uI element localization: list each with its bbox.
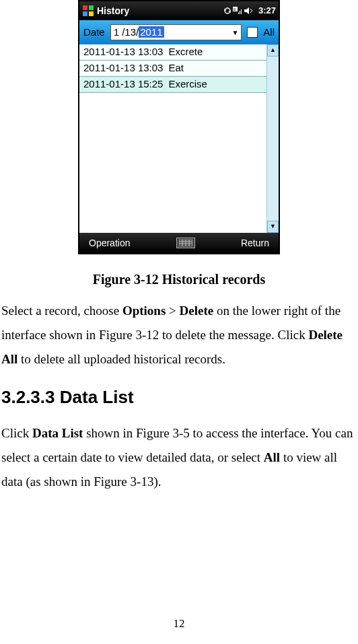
scrollbar[interactable]: ▲ ▼ xyxy=(266,44,279,233)
date-dropdown[interactable]: 1 /13/2011 ▼ xyxy=(110,24,242,40)
date-filter-bar: Date 1 /13/2011 ▼ All xyxy=(79,20,279,44)
svg-rect-8 xyxy=(241,9,242,14)
list-item[interactable]: 2011-01-13 15:25 Exercise xyxy=(79,77,266,93)
device-screenshot: History E 3:27 Date 1 /13/2011 ▼ xyxy=(78,0,280,254)
svg-rect-1 xyxy=(89,5,94,10)
svg-rect-0 xyxy=(83,5,87,10)
status-icons: E xyxy=(223,7,253,15)
paragraph-1: Select a record, choose Options > Delete… xyxy=(1,299,357,371)
page-number: 12 xyxy=(0,613,358,635)
paragraph-2: Click Data List shown in Figure 3-5 to a… xyxy=(1,421,357,494)
all-label: All xyxy=(263,23,275,42)
date-value: 1 /13/2011 xyxy=(114,23,164,42)
speaker-icon xyxy=(244,7,253,15)
svg-rect-2 xyxy=(83,11,87,16)
sync-icon xyxy=(223,7,231,15)
history-list: 2011-01-13 13:03 Excrete 2011-01-13 13:0… xyxy=(79,44,279,233)
device-titlebar: History E 3:27 xyxy=(79,1,279,20)
row-action: Exercise xyxy=(168,75,207,94)
svg-text:E: E xyxy=(234,7,236,11)
title-text: History xyxy=(97,2,129,20)
row-timestamp: 2011-01-13 15:25 xyxy=(83,75,163,94)
date-label: Date xyxy=(83,23,105,42)
scroll-up-icon[interactable]: ▲ xyxy=(267,44,279,57)
scroll-down-icon[interactable]: ▼ xyxy=(267,221,279,233)
all-checkbox[interactable] xyxy=(247,27,258,38)
svg-rect-3 xyxy=(89,11,94,16)
windows-logo-icon xyxy=(82,5,94,17)
clock: 3:27 xyxy=(258,3,276,20)
signal-e-icon: E xyxy=(233,7,242,15)
chevron-down-icon: ▼ xyxy=(231,26,238,39)
section-heading: 3.2.3.3 Data List xyxy=(1,381,357,414)
figure-caption: Figure 3-12 Historical records xyxy=(0,266,358,292)
softkey-right[interactable]: Return xyxy=(241,234,269,252)
svg-rect-6 xyxy=(238,12,239,14)
svg-rect-7 xyxy=(240,11,240,14)
body-text: Select a record, choose Options > Delete… xyxy=(0,292,358,494)
softkey-left[interactable]: Operation xyxy=(89,234,130,252)
device-bottombar: Operation Return xyxy=(79,233,279,253)
keyboard-icon[interactable] xyxy=(176,238,195,248)
